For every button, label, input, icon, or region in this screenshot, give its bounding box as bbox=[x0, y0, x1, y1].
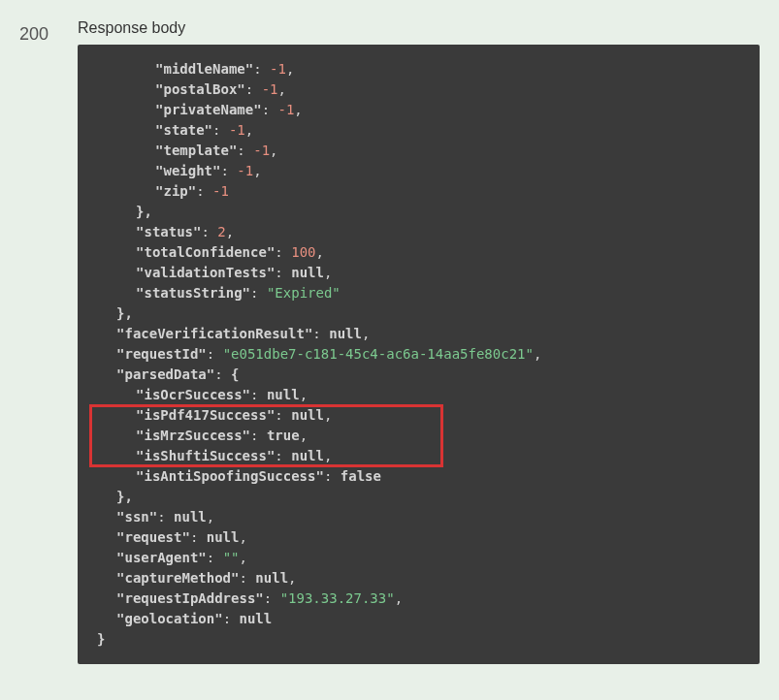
json-line: "isShuftiSuccess": null, bbox=[97, 446, 740, 466]
json-line: "requestIpAddress": "193.33.27.33", bbox=[97, 589, 740, 609]
json-line: }, bbox=[97, 202, 740, 222]
json-line: "request": null, bbox=[97, 527, 740, 548]
json-line: "statusString": "Expired" bbox=[97, 283, 740, 303]
json-line: "ssn": null, bbox=[97, 507, 740, 527]
json-line: "geolocation": null bbox=[97, 609, 740, 629]
json-line: "validationTests": null, bbox=[97, 263, 740, 283]
http-status-code: 200 bbox=[19, 19, 49, 664]
json-line: "totalConfidence": 100, bbox=[97, 242, 740, 263]
main-container: 200 Response body "middleName": -1, "pos… bbox=[19, 19, 760, 664]
json-line: "status": 2, bbox=[97, 222, 740, 242]
json-line: "privateName": -1, bbox=[97, 100, 740, 120]
json-line: "userAgent": "", bbox=[97, 548, 740, 568]
json-code-block[interactable]: "middleName": -1, "postalBox": -1, "priv… bbox=[78, 45, 760, 664]
json-line: "captureMethod": null, bbox=[97, 568, 740, 589]
json-line: "zip": -1 bbox=[97, 181, 740, 202]
json-line: "faceVerificationResult": null, bbox=[97, 324, 740, 344]
json-line: "template": -1, bbox=[97, 141, 740, 161]
json-line: "isOcrSuccess": null, bbox=[97, 385, 740, 405]
json-line: "requestId": "e051dbe7-c181-45c4-ac6a-14… bbox=[97, 344, 740, 365]
json-line: }, bbox=[97, 487, 740, 507]
json-line: "parsedData": { bbox=[97, 365, 740, 385]
json-line: "isAntiSpoofingSuccess": false bbox=[97, 466, 740, 487]
json-line: "isMrzSuccess": true, bbox=[97, 426, 740, 446]
json-line: "state": -1, bbox=[97, 120, 740, 141]
response-section: Response body "middleName": -1, "postalB… bbox=[78, 19, 760, 664]
json-line: "weight": -1, bbox=[97, 161, 740, 181]
response-body-label: Response body bbox=[78, 19, 760, 37]
json-line: "middleName": -1, bbox=[97, 59, 740, 80]
json-line: }, bbox=[97, 303, 740, 324]
json-line: "isPdf417Success": null, bbox=[97, 405, 740, 426]
json-line: "postalBox": -1, bbox=[97, 80, 740, 100]
json-line: } bbox=[97, 629, 740, 650]
